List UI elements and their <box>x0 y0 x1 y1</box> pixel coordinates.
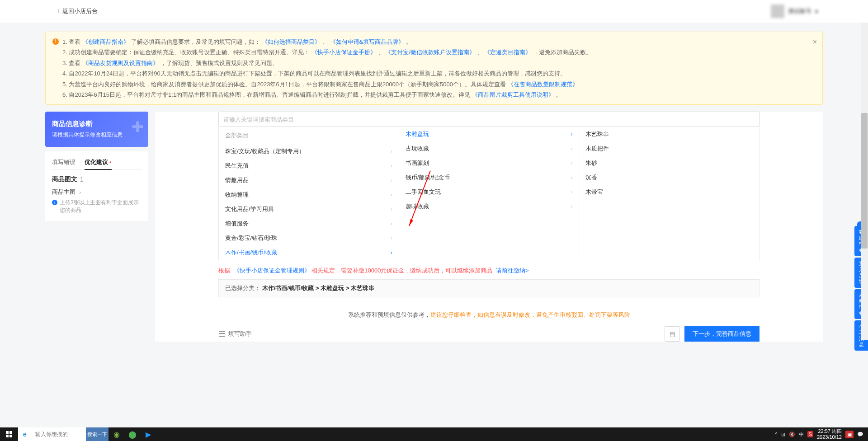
notice-row: 2. 成功创建商品需要确定：保证金缴纳充足、收款账号设置正确、特殊类目需特别开通… <box>52 47 816 57</box>
deposit-rule-link[interactable]: 《快手小店保证金管理规则》 <box>234 267 310 274</box>
user-area[interactable]: 测试账号 ▾ <box>771 5 818 18</box>
category-column-header: 全部类目 <box>219 127 399 144</box>
count-badge: 1 <box>80 176 84 183</box>
category-item[interactable]: 趣味收藏› <box>399 199 579 214</box>
category-item[interactable]: 古玩收藏› <box>399 141 579 156</box>
chevron-right-icon: › <box>391 148 392 155</box>
notice-row: 4. 自2022年10月24日起，平台将对90天无动销无点击无编辑的商品进行下架… <box>52 68 816 79</box>
category-item[interactable]: 木艺珠串 <box>579 127 759 141</box>
notice-link[interactable]: 《在售商品数量限制规范》 <box>508 81 578 88</box>
tip-text: i 上传3张以上主图有利于全面展示您的商品 <box>52 199 142 214</box>
tab-suggestions[interactable]: 优化建议• <box>85 158 112 170</box>
category-item[interactable]: 民生充值› <box>219 159 399 173</box>
chevron-right-icon: › <box>391 206 392 212</box>
notice-link[interactable]: 《创建商品指南》 <box>82 38 129 45</box>
notice-row: 5. 为营造平台内良好的购物环境，给商家及消费者提供更加优质的体验。自2023年… <box>52 79 816 89</box>
category-item[interactable]: 增值服务› <box>219 216 399 231</box>
notice-banner: × ! 1. 查看 《创建商品指南》 了解必填商品信息要求，及常见的填写问题，如… <box>45 32 823 105</box>
chevron-right-icon: › <box>391 220 392 227</box>
diag-title: 商品信息诊断 <box>52 120 142 128</box>
category-item[interactable]: 书画篆刻› <box>399 156 579 170</box>
notice-row: 3. 查看 《商品发货规则及设置指南》 ，了解现货、预售模式设置规则及常见问题。 <box>52 58 816 68</box>
category-item[interactable]: 情趣用品› <box>219 173 399 188</box>
notice-link[interactable]: 《如何申请&填写商品品牌》 <box>330 38 405 45</box>
category-column: 木艺珠串木质把件朱砂沉香木带宝 <box>579 127 759 260</box>
diag-subtitle: 请根据具体提示修改相应信息 <box>52 131 142 139</box>
section-title: 商品图文 1 <box>52 175 142 183</box>
diagnosis-card[interactable]: 商品信息诊断 请根据具体提示修改相应信息 ✚ <box>45 112 148 147</box>
category-item[interactable]: 木质把件 <box>579 141 759 156</box>
info-icon: ! <box>52 38 59 45</box>
chevron-right-icon: › <box>571 160 572 166</box>
chevron-right-icon: › <box>391 235 392 241</box>
category-item[interactable]: 木作/书画/钱币/收藏› <box>219 245 399 260</box>
notice-link[interactable]: 《定邀类目指南》 <box>484 49 531 56</box>
notice-link[interactable]: 《商品发货规则及设置指南》 <box>82 60 159 66</box>
user-avatar <box>771 5 784 18</box>
category-item[interactable]: 木雕盘玩› <box>399 127 579 141</box>
selected-category-path: 已选择分类： 木作/书画/钱币/收藏 > 木雕盘玩 > 木艺珠串 <box>218 279 760 297</box>
back-to-shop-link[interactable]: 〈 返回小店后台 <box>54 7 98 15</box>
scroll-thumb[interactable] <box>861 113 868 249</box>
notice-row: 6. 自2023年6月15日起，平台将对尺寸非1:1的商品主图和商品规格图，在新… <box>52 89 816 100</box>
next-button[interactable]: 下一步，完善商品信息 <box>684 326 760 342</box>
chevron-right-icon: › <box>571 174 572 181</box>
chevron-right-icon: › <box>571 203 572 210</box>
chevron-right-icon: › <box>391 177 392 183</box>
notice-row: ! 1. 查看 《创建商品指南》 了解必填商品信息要求，及常见的填写问题，如： … <box>52 37 816 47</box>
category-item[interactable]: 黄金/彩宝/钻石/珍珠› <box>219 231 399 245</box>
tab-errors[interactable]: 填写错误 <box>52 158 75 170</box>
deposit-go-link[interactable]: 请前往缴纳> <box>496 267 529 274</box>
close-icon[interactable]: × <box>813 36 817 49</box>
chevron-right-icon: › <box>391 163 392 169</box>
chevron-right-icon: › <box>571 131 572 137</box>
chevron-right-icon: › <box>571 145 572 152</box>
notice-link[interactable]: 《如何选择商品类目》 <box>262 38 321 45</box>
chevron-down-icon: ▾ <box>815 8 818 15</box>
category-item[interactable]: 二手回血文玩› <box>399 185 579 199</box>
back-label: 返回小店后台 <box>62 7 98 15</box>
left-panel: 填写错误 优化建议• 商品图文 1 商品主图 › i <box>45 151 148 221</box>
image-icon: ▤ <box>670 331 675 338</box>
deposit-warning: 根据 《快手小店保证金管理规则》 相关规定，需要补缴10000元保证金，缴纳成功… <box>218 267 760 275</box>
preview-button[interactable]: ▤ <box>665 326 680 342</box>
assistant-button[interactable]: ☰ 填写助手 <box>218 329 252 339</box>
category-item[interactable]: 朱砂 <box>579 156 759 170</box>
sub-item-main-image[interactable]: 商品主图 › <box>52 188 142 196</box>
notice-link[interactable]: 《商品图片裁剪工具使用说明》 <box>472 91 554 98</box>
category-item[interactable]: 钱币/邮票/纪念币› <box>399 170 579 185</box>
footer-bar: ☰ 填写助手 ▤ 下一步，完善商品信息 <box>218 326 760 342</box>
scrollbar[interactable] <box>861 23 868 340</box>
chevron-right-icon: › <box>391 192 392 198</box>
category-column: 木雕盘玩›古玩收藏›书画篆刻›钱币/邮票/纪念币›二手回血文玩›趣味收藏› <box>399 127 580 260</box>
category-item[interactable]: 木带宝 <box>579 185 759 199</box>
plus-icon: ✚ <box>132 118 144 136</box>
category-search-input[interactable] <box>218 112 760 127</box>
assistant-icon: ☰ <box>218 329 226 339</box>
notice-link[interactable]: 《支付宝/微信收款账户设置指南》 <box>385 49 475 56</box>
chevron-right-icon: › <box>571 189 572 195</box>
category-panel: 全部类目珠宝/文玩/收藏品（定制专用）›民生充值›情趣用品›收纳整理›文化用品/… <box>155 112 823 342</box>
user-name: 测试账号 <box>788 7 811 15</box>
category-item[interactable]: 收纳整理› <box>219 188 399 202</box>
info-icon: i <box>52 200 57 205</box>
chevron-right-icon: › <box>79 189 81 196</box>
notice-link[interactable]: 《快手小店保证金手册》 <box>311 49 376 56</box>
diag-tabs: 填写错误 优化建议• <box>52 158 142 170</box>
category-cascade: 全部类目珠宝/文玩/收藏品（定制专用）›民生充值›情趣用品›收纳整理›文化用品/… <box>218 127 760 260</box>
category-item[interactable]: 珠宝/文玩/收藏品（定制专用）› <box>219 144 399 159</box>
footer-tip: 系统推荐和预填信息仅供参考，建议您仔细检查，如信息有误及时修改，避免产生审核驳回… <box>218 297 760 319</box>
category-item[interactable]: 文化用品/学习用具› <box>219 202 399 216</box>
chevron-left-icon: 〈 <box>54 7 60 15</box>
chevron-right-icon: › <box>391 249 392 256</box>
category-item[interactable]: 沉香 <box>579 170 759 185</box>
category-column: 全部类目珠宝/文玩/收藏品（定制专用）›民生充值›情趣用品›收纳整理›文化用品/… <box>219 127 399 260</box>
topbar: 〈 返回小店后台 测试账号 ▾ <box>0 0 868 23</box>
